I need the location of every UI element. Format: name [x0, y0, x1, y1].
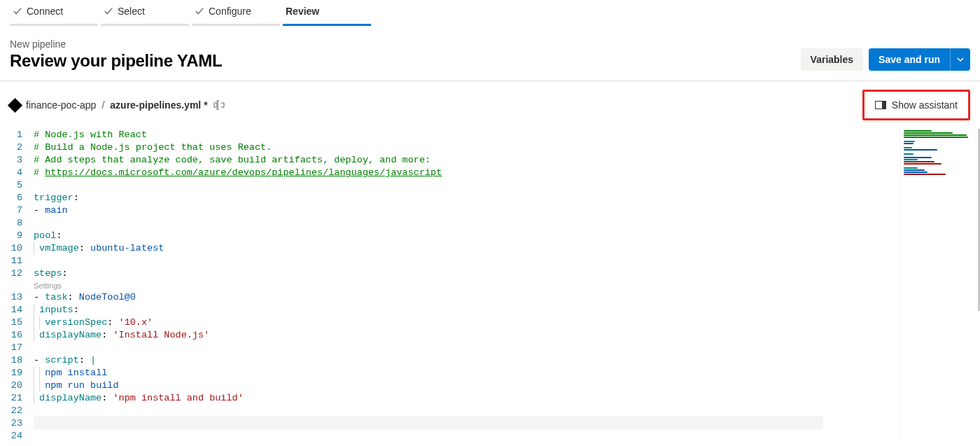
show-assistant-label: Show assistant — [892, 99, 958, 111]
cursor-line — [34, 417, 823, 429]
step-configure[interactable]: Configure — [192, 0, 280, 26]
breadcrumb: New pipeline — [10, 39, 222, 50]
code-content[interactable]: # Node.js with React # Build a Node.js p… — [34, 129, 900, 442]
file-row: finance-poc-app / azure-pipelines.yml * … — [0, 81, 980, 129]
step-review[interactable]: Review — [283, 0, 371, 26]
repo-icon — [8, 97, 22, 112]
pipeline-stepper: Connect Select Configure Review — [0, 0, 980, 26]
minimap[interactable] — [900, 129, 970, 442]
rename-icon[interactable] — [214, 99, 225, 111]
check-icon — [104, 6, 113, 16]
page-title: Review your pipeline YAML — [10, 51, 222, 71]
check-icon — [13, 6, 22, 16]
breadcrumb-sep: / — [102, 99, 104, 111]
save-run-split-button: Save and run — [869, 48, 970, 71]
codelens-settings[interactable]: Settings — [34, 280, 823, 291]
show-assistant-highlight: Show assistant — [862, 90, 970, 120]
step-label: Configure — [209, 6, 251, 17]
page-header: New pipeline Review your pipeline YAML V… — [0, 26, 980, 81]
file-breadcrumb: finance-poc-app / azure-pipelines.yml * — [10, 99, 225, 111]
step-label: Connect — [27, 6, 63, 17]
save-run-button[interactable]: Save and run — [869, 48, 951, 71]
save-run-chevron[interactable] — [951, 48, 970, 71]
line-gutter: 1 2 3 4 5 6 7 8 9 10 11 12 13 14 15 16 1… — [10, 129, 34, 442]
check-icon — [195, 6, 204, 16]
step-label: Review — [286, 6, 319, 17]
chevron-down-icon — [957, 56, 964, 63]
editor[interactable]: 1 2 3 4 5 6 7 8 9 10 11 12 13 14 15 16 1… — [0, 129, 980, 442]
file-name[interactable]: azure-pipelines.yml — [110, 99, 201, 111]
step-connect[interactable]: Connect — [10, 0, 98, 26]
step-label: Select — [118, 6, 145, 17]
variables-button[interactable]: Variables — [801, 48, 864, 71]
panel-icon — [875, 101, 886, 109]
repo-name[interactable]: finance-poc-app — [26, 99, 96, 111]
svg-rect-1 — [882, 102, 886, 109]
file-dirty: * — [204, 99, 207, 111]
step-select[interactable]: Select — [101, 0, 189, 26]
show-assistant-button[interactable]: Show assistant — [867, 94, 966, 116]
